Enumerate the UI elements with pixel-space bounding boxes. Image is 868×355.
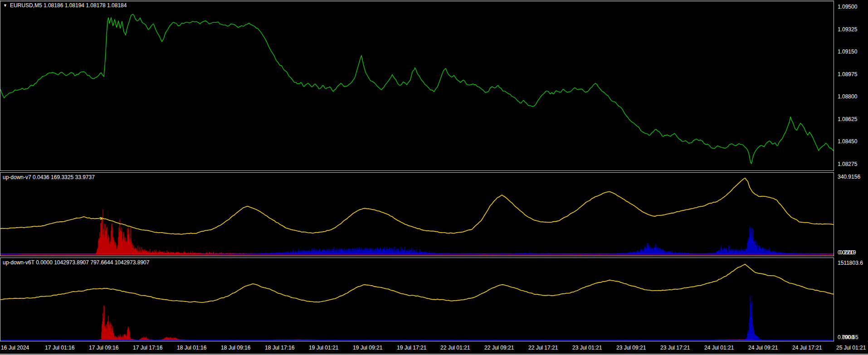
indicator1-panel[interactable] xyxy=(0,172,834,256)
price-tick-label: 1.09325 xyxy=(838,26,857,33)
time-tick-label: 17 Jul 01:16 xyxy=(45,345,74,351)
time-tick-label: 17 Jul 09:16 xyxy=(89,345,118,351)
time-tick-label: 23 Jul 09:21 xyxy=(616,345,646,351)
price-tick-label: 1.08975 xyxy=(838,71,857,78)
collapse-triangle-icon[interactable]: ▼ xyxy=(3,3,7,8)
time-tick-label: 23 Jul 01:21 xyxy=(572,345,602,351)
mt4-chart-window: ▼EURUSD,M5 1.08186 1.08194 1.08178 1.081… xyxy=(0,0,868,355)
time-tick-label: 16 Jul 2024 xyxy=(1,345,29,351)
chart-title-row: ▼EURUSD,M5 1.08186 1.08194 1.08178 1.081… xyxy=(3,2,127,9)
time-tick-label: 22 Jul 01:21 xyxy=(440,345,470,351)
price-tick-label: 1.09150 xyxy=(838,49,857,55)
time-tick-label: 22 Jul 17:21 xyxy=(528,345,558,351)
indicator1-label: up-down-v7 0.0436 169.3325 33.9737 xyxy=(3,174,95,180)
time-scale[interactable]: 16 Jul 202417 Jul 01:1617 Jul 09:1617 Ju… xyxy=(0,341,868,354)
time-tick-label: 23 Jul 17:21 xyxy=(660,345,690,351)
time-tick-label: 19 Jul 09:21 xyxy=(353,345,382,351)
price-tick-label: 1.08450 xyxy=(838,138,857,145)
indicator1-scale-max-label: 340.9156 xyxy=(838,174,860,180)
time-tick-label: 19 Jul 01:21 xyxy=(309,345,338,351)
time-tick-label: 17 Jul 17:16 xyxy=(133,345,162,351)
panel-splitter[interactable] xyxy=(0,256,868,258)
price-tick-label: 1.08800 xyxy=(838,93,857,100)
time-tick-label: 18 Jul 17:16 xyxy=(265,345,294,351)
indicator2-scale-max-label: 1511803.6 xyxy=(838,260,863,266)
price-tick-label: 1.08275 xyxy=(838,161,857,167)
indicator2-label: up-down-v6T 0.0000 1042973.8907 797.6644… xyxy=(3,259,149,266)
time-tick-label: 19 Jul 17:21 xyxy=(397,345,426,351)
price-tick-label: 1.08625 xyxy=(838,116,857,122)
indicator2-panel[interactable] xyxy=(0,258,834,341)
time-tick-label: 24 Jul 09:21 xyxy=(748,345,778,351)
time-tick-label: 22 Jul 09:21 xyxy=(484,345,514,351)
indicator2-level-label: 790.65 xyxy=(842,334,858,340)
panel-splitter[interactable] xyxy=(0,171,868,172)
time-tick-label: 18 Jul 01:16 xyxy=(177,345,206,351)
time-tick-label: 18 Jul 09:16 xyxy=(221,345,250,351)
chart-title: EURUSD,M5 1.08186 1.08194 1.08178 1.0818… xyxy=(10,2,127,9)
time-tick-label: 25 Jul 01:21 xyxy=(836,345,866,351)
time-tick-label: 24 Jul 01:21 xyxy=(704,345,734,351)
price-chart-panel[interactable] xyxy=(0,1,834,171)
signal-x-marker: x xyxy=(100,215,102,221)
indicator1-level-label: 0.2219 xyxy=(839,249,856,256)
time-tick-label: 24 Jul 17:21 xyxy=(792,345,822,351)
price-tick-label: 1.09500 xyxy=(838,4,857,10)
